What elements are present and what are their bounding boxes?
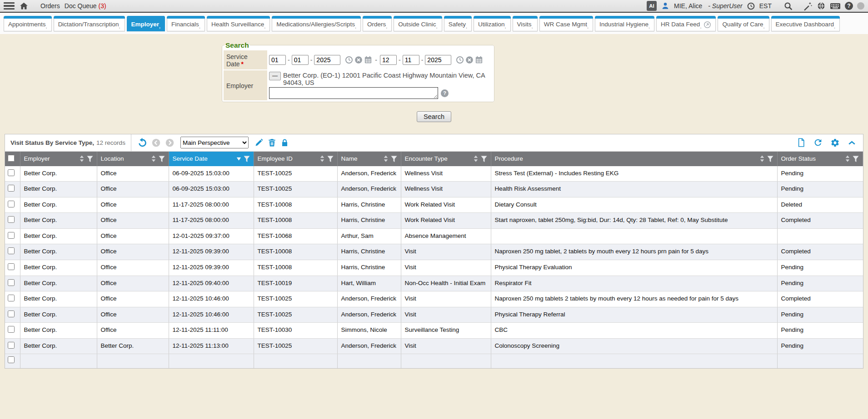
- row-checkbox[interactable]: [8, 232, 15, 239]
- required-marker: *: [241, 60, 244, 68]
- select-all-header[interactable]: [5, 152, 20, 166]
- sort-icon[interactable]: [759, 155, 765, 162]
- sort-icon[interactable]: [473, 155, 479, 162]
- column-header[interactable]: Procedure: [491, 152, 777, 166]
- module-tab[interactable]: Financials: [167, 16, 205, 31]
- row-checkbox[interactable]: [8, 247, 15, 254]
- column-header[interactable]: Order Status: [777, 152, 863, 166]
- date-to-month-input[interactable]: [380, 55, 397, 65]
- employer-search-input[interactable]: [269, 87, 438, 99]
- date-to-calendar-icon[interactable]: [475, 56, 483, 64]
- search-button[interactable]: Search: [417, 111, 451, 122]
- cell-location: Office: [97, 291, 169, 307]
- delete-perspective-icon[interactable]: [268, 138, 276, 148]
- cell-location: Better Corp.: [97, 338, 169, 354]
- row-checkbox[interactable]: [8, 295, 15, 301]
- row-checkbox[interactable]: [8, 326, 15, 333]
- date-from-time-icon[interactable]: [345, 56, 353, 64]
- wand-icon[interactable]: [803, 1, 813, 11]
- home-icon[interactable]: [19, 1, 29, 11]
- filter-icon[interactable]: [244, 156, 250, 162]
- row-checkbox[interactable]: [8, 185, 15, 192]
- module-tab[interactable]: Dictation/Transcription: [54, 16, 125, 31]
- table-row: Better Corp. Office 12-11-2025 09:40:00 …: [5, 276, 863, 291]
- sort-icon[interactable]: [383, 155, 389, 162]
- refresh-icon[interactable]: [813, 138, 823, 148]
- cell-order-status: [777, 228, 863, 244]
- settings-gear-icon[interactable]: [830, 138, 840, 148]
- column-header[interactable]: Name: [337, 152, 401, 166]
- search-icon[interactable]: [783, 1, 793, 11]
- row-checkbox[interactable]: [8, 201, 15, 207]
- date-to-year-input[interactable]: [425, 55, 451, 65]
- module-tab[interactable]: Medications/Allergies/Scripts: [272, 16, 361, 31]
- clock-icon[interactable]: [747, 2, 755, 10]
- filter-icon[interactable]: [391, 156, 397, 162]
- module-tab[interactable]: Employer: [127, 16, 165, 31]
- breadcrumb-doc-queue[interactable]: Doc Queue (3): [65, 2, 106, 10]
- row-checkbox[interactable]: [8, 169, 15, 176]
- header-row: Employer: [5, 152, 863, 166]
- date-from-year-input[interactable]: [314, 55, 340, 65]
- select-all-checkbox[interactable]: [8, 155, 15, 162]
- column-header[interactable]: Encounter Type: [401, 152, 491, 166]
- date-from-month-input[interactable]: [269, 55, 286, 65]
- date-to-time-icon[interactable]: [456, 56, 464, 64]
- filter-icon[interactable]: [853, 156, 859, 162]
- new-document-icon[interactable]: [797, 138, 806, 148]
- sort-icon[interactable]: [151, 155, 156, 162]
- date-from-clear-icon[interactable]: [354, 56, 363, 64]
- hamburger-menu-icon[interactable]: [4, 1, 15, 11]
- module-tab[interactable]: Outside Clinic: [394, 16, 442, 31]
- module-tab[interactable]: Quality of Care: [718, 16, 769, 31]
- row-checkbox[interactable]: [8, 263, 15, 270]
- column-header[interactable]: Service Date: [169, 152, 254, 166]
- module-tab[interactable]: Utilization: [474, 16, 511, 31]
- help-icon[interactable]: ?: [845, 2, 853, 10]
- module-tab[interactable]: HR Data Feed: [656, 16, 716, 31]
- filter-icon[interactable]: [327, 156, 334, 162]
- date-to-day-input[interactable]: [403, 55, 419, 65]
- sort-icon[interactable]: [79, 155, 85, 162]
- sort-icon[interactable]: [319, 155, 325, 162]
- module-tab[interactable]: Safety: [444, 16, 472, 31]
- breadcrumb-orders[interactable]: Orders: [40, 2, 60, 10]
- user-name[interactable]: MIE, Alice: [674, 2, 702, 10]
- footer-checkbox[interactable]: [8, 356, 15, 363]
- filter-icon[interactable]: [481, 156, 487, 162]
- employer-help-icon[interactable]: ?: [441, 89, 449, 97]
- row-checkbox[interactable]: [8, 279, 15, 286]
- undo-icon[interactable]: [137, 138, 147, 148]
- module-tab[interactable]: Executive Dashboard: [771, 16, 840, 31]
- filter-icon[interactable]: [159, 156, 165, 162]
- module-tab[interactable]: Orders: [363, 16, 392, 31]
- filter-icon[interactable]: [767, 156, 773, 162]
- sort-desc-icon[interactable]: [236, 157, 241, 161]
- row-checkbox[interactable]: [8, 311, 15, 317]
- date-from-day-input[interactable]: [292, 55, 309, 65]
- employer-collapse-button[interactable]: —: [269, 72, 281, 80]
- globe-phone-icon[interactable]: [817, 1, 826, 10]
- keyboard-icon[interactable]: [830, 1, 841, 10]
- column-header[interactable]: Location: [97, 152, 169, 166]
- module-tab[interactable]: WR Case Mgmt: [539, 16, 593, 31]
- table-row: Better Corp. Office 11-17-2025 08:00:00 …: [5, 197, 863, 213]
- edit-perspective-icon[interactable]: [254, 138, 264, 147]
- row-checkbox[interactable]: [8, 342, 15, 349]
- collapse-chevron-icon[interactable]: [847, 138, 857, 148]
- date-from-calendar-icon[interactable]: [364, 56, 372, 64]
- column-header[interactable]: Employer: [20, 152, 97, 166]
- column-header[interactable]: Employee ID: [254, 152, 337, 166]
- lock-icon[interactable]: [280, 138, 289, 148]
- row-checkbox[interactable]: [8, 216, 15, 223]
- filter-icon[interactable]: [87, 156, 93, 162]
- sort-icon[interactable]: [845, 155, 850, 162]
- cell-location: Office: [97, 182, 169, 197]
- module-tab[interactable]: Industrial Hygiene: [595, 16, 654, 31]
- module-tab[interactable]: Health Surveillance: [207, 16, 270, 31]
- module-tab[interactable]: Appointments: [4, 16, 52, 31]
- module-tab[interactable]: Visits: [513, 16, 538, 31]
- date-to-clear-icon[interactable]: [465, 56, 474, 64]
- perspective-select[interactable]: Main Perspective: [180, 137, 249, 148]
- ai-badge[interactable]: AI: [647, 1, 657, 11]
